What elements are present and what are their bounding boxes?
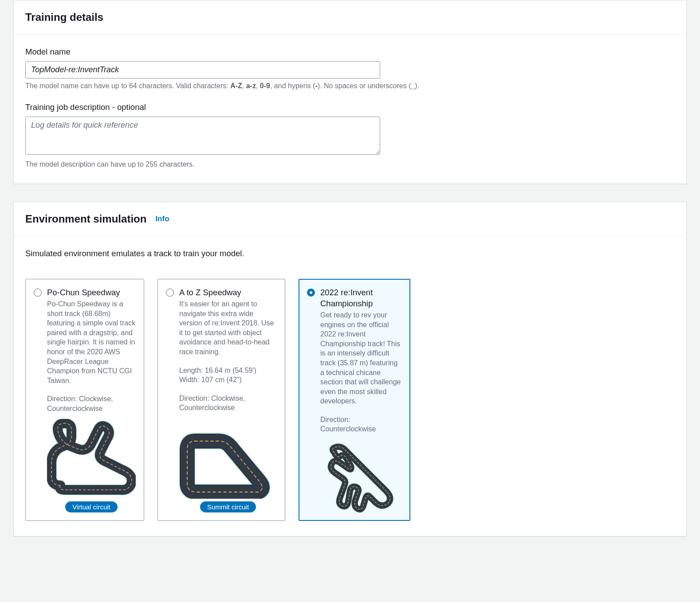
environment-body: Simulated environment emulates a track t… [14, 236, 686, 536]
info-link[interactable]: Info [155, 215, 169, 223]
model-name-label: Model name [25, 47, 675, 57]
radio-icon[interactable] [34, 289, 42, 297]
track-card-atoz[interactable]: A to Z Speedway It's easier for an agent… [157, 279, 285, 521]
track-meta: Length: 16.64 m (54.59') Width: 107 cm (… [179, 366, 277, 385]
description-group: Training job description - optional The … [25, 102, 675, 168]
track-card-reinvent2022[interactable]: 2022 re:Invent Championship Get ready to… [299, 279, 410, 521]
training-details-heading: Training details [25, 11, 103, 23]
track-image [47, 419, 136, 499]
track-desc: Get ready to rev your engines on the off… [320, 310, 402, 406]
track-badge: Summit circuit [200, 501, 256, 512]
track-desc: Po-Chun Speedway is a short track (68.68… [47, 299, 136, 385]
model-name-group: Model name The model name can have up to… [25, 47, 675, 90]
training-details-header: Training details [14, 0, 686, 35]
model-name-hint: The model name can have up to 64 charact… [25, 82, 675, 90]
track-grid: Po-Chun Speedway Po-Chun Speedway is a s… [25, 279, 675, 521]
training-details-panel: Training details Model name The model na… [13, 0, 687, 184]
track-badge: Virtual circuit [65, 501, 118, 512]
track-image [320, 439, 402, 512]
track-image [179, 418, 277, 499]
track-title: Po-Chun Speedway [47, 287, 120, 298]
track-desc: It's easier for an agent to navigate thi… [179, 299, 277, 357]
description-textarea[interactable] [25, 117, 380, 155]
environment-heading: Environment simulation [25, 213, 146, 225]
training-details-body: Model name The model name can have up to… [14, 35, 686, 184]
environment-intro: Simulated environment emulates a track t… [25, 249, 675, 258]
track-title: A to Z Speedway [179, 287, 241, 298]
description-hint: The model description can have up to 255… [25, 160, 675, 168]
environment-panel: Environment simulation Info Simulated en… [13, 202, 687, 536]
track-direction: Direction: Counterclockwise [320, 415, 402, 434]
model-name-input[interactable] [25, 61, 380, 78]
track-direction: Direction: Clockwise, Counterclockwise [179, 394, 277, 413]
track-direction: Direction: Clockwise, Counterclockwise [47, 394, 136, 413]
description-label: Training job description - optional [25, 102, 675, 112]
environment-header: Environment simulation Info [14, 202, 686, 236]
radio-icon[interactable] [166, 289, 174, 297]
radio-icon[interactable] [307, 289, 315, 297]
track-card-pochun[interactable]: Po-Chun Speedway Po-Chun Speedway is a s… [25, 279, 144, 521]
track-title: 2022 re:Invent Championship [320, 287, 402, 309]
